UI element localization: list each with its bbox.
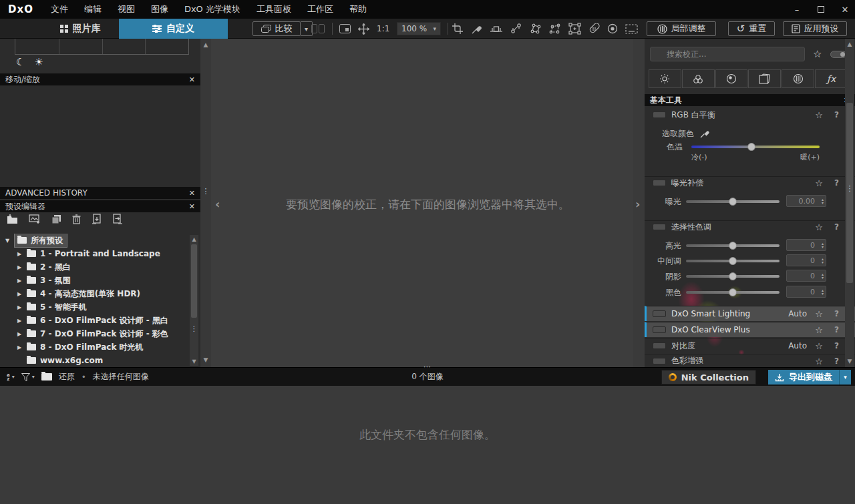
drag-handle-dots[interactable]: ⋮ — [190, 327, 198, 330]
export-preset-icon[interactable] — [112, 214, 122, 224]
stepper-icons[interactable]: ▴▾ — [822, 196, 824, 206]
highlights-slider[interactable] — [686, 244, 780, 247]
exposure-section[interactable]: 曝光补偿 ☆ ? — [645, 176, 855, 189]
menu-image[interactable]: 图像 — [143, 0, 176, 19]
minimize-button[interactable]: – — [792, 5, 802, 15]
drag-handle-dots[interactable]: ⋮ — [845, 187, 854, 190]
tab-photo-library[interactable]: 照片库 — [43, 19, 118, 39]
tree-collapsed-icon[interactable]: ▶ — [16, 251, 23, 257]
tree-collapsed-icon[interactable]: ▶ — [16, 291, 23, 297]
exposure-checkbox[interactable] — [653, 180, 666, 186]
left-panel-splitter[interactable]: ▲ ⋮ ▼ — [200, 39, 211, 367]
right-panel-splitter[interactable]: › — [633, 39, 645, 367]
scroll-up-icon[interactable]: ▲ — [200, 41, 211, 48]
red-eye-tool[interactable] — [607, 23, 618, 34]
tree-expanded-icon[interactable]: ▼ — [4, 238, 11, 244]
eight-point-tool[interactable] — [568, 23, 581, 35]
preset-folder-4[interactable]: ▶4 - 高动态范围(单张 HDR) — [16, 287, 140, 300]
star-icon[interactable]: ☆ — [815, 178, 823, 188]
shadows-value-box[interactable]: 0▴▾ — [786, 270, 826, 282]
tab-color[interactable] — [682, 69, 715, 88]
preset-folder-7[interactable]: ▶7 - DxO FilmPack 设计师 - 彩色 — [16, 327, 168, 340]
tree-collapsed-icon[interactable]: ▶ — [16, 331, 23, 337]
pan-button[interactable] — [358, 19, 369, 39]
contrast-row[interactable]: 对比度 Auto ☆ ? — [645, 338, 855, 353]
star-icon[interactable]: ☆ — [815, 222, 823, 232]
zoom-level-dropdown[interactable]: 100 % ▾ — [397, 22, 441, 35]
advanced-history-panel-header[interactable]: ADVANCED HISTORY ✕ — [0, 187, 200, 199]
close-button[interactable]: ✕ — [840, 5, 850, 15]
maximize-button[interactable] — [816, 5, 826, 15]
slider-thumb[interactable] — [729, 242, 737, 250]
nik-collection-button[interactable]: Nik Collection — [661, 370, 756, 385]
import-preset-icon[interactable] — [92, 214, 102, 224]
reset-button[interactable]: ↺ 重置 — [728, 21, 775, 36]
preset-folder-6[interactable]: ▶6 - DxO FilmPack 设计师 - 黑白 — [16, 314, 168, 327]
menu-workspace[interactable]: 工作区 — [299, 0, 341, 19]
fit-view-button[interactable] — [339, 19, 351, 39]
selective-tone-checkbox[interactable] — [653, 224, 666, 230]
star-icon[interactable]: ☆ — [815, 309, 823, 319]
stepper-icons[interactable]: ▴▾ — [822, 270, 824, 281]
slider-thumb[interactable] — [729, 257, 737, 265]
blacks-slider[interactable] — [686, 291, 780, 294]
menu-tool-panels[interactable]: 工具面板 — [248, 0, 299, 19]
scroll-up-icon[interactable]: ▲ — [190, 236, 198, 242]
exposure-slider[interactable] — [686, 200, 780, 203]
active-corrections-toggle[interactable] — [830, 51, 846, 58]
tab-geometry[interactable] — [748, 69, 781, 88]
zoom-1to1-button[interactable]: 1:1 — [377, 19, 389, 39]
polygon-tool[interactable] — [530, 23, 542, 35]
tree-collapsed-icon[interactable]: ▶ — [16, 304, 23, 310]
menu-file[interactable]: 文件 — [43, 0, 76, 19]
scrollbar-thumb[interactable] — [846, 103, 853, 283]
perspective-tool[interactable] — [549, 23, 561, 35]
exposure-value-box[interactable]: 0.00 ▴▾ — [786, 195, 826, 207]
duplicate-preset-icon[interactable] — [51, 214, 61, 224]
help-icon[interactable]: ? — [834, 309, 839, 318]
drag-handle-dots[interactable]: ⋮ — [200, 190, 211, 193]
preset-folder-3[interactable]: ▶3 - 氛围 — [16, 274, 71, 287]
tab-detail[interactable] — [715, 69, 748, 88]
midtones-value-box[interactable]: 0▴▾ — [786, 254, 826, 266]
export-options-dropdown[interactable]: ▾ — [839, 370, 851, 385]
tab-effects[interactable]: ƒx — [815, 69, 848, 88]
menu-help[interactable]: 帮助 — [341, 0, 375, 19]
clearview-plus-row[interactable]: DxO ClearView Plus ☆ ? — [645, 322, 855, 337]
favorites-filter-icon[interactable]: ☆ — [813, 48, 822, 60]
star-icon[interactable]: ☆ — [815, 110, 823, 120]
repair-tool[interactable] — [588, 23, 600, 35]
tab-local-adjustments[interactable] — [782, 69, 814, 88]
preset-tree-scrollbar[interactable]: ▲ ⋮ ▼ — [190, 235, 198, 366]
preset-folder-2[interactable]: ▶2 - 黑白 — [16, 260, 71, 274]
preset-folder-1[interactable]: ▶1 - Portrait and Landscape — [16, 247, 160, 260]
clearview-plus-checkbox[interactable] — [653, 326, 666, 333]
selective-tone-section[interactable]: 选择性色调 ☆ ? — [645, 220, 855, 233]
tree-collapsed-icon[interactable]: ▶ — [16, 318, 23, 324]
scroll-up-icon[interactable]: ▲ — [845, 41, 854, 47]
pick-color-eyedropper-icon[interactable] — [699, 128, 710, 139]
help-icon[interactable]: ? — [834, 341, 839, 350]
star-icon[interactable]: ☆ — [815, 341, 823, 351]
create-preset-from-image-icon[interactable] — [29, 214, 41, 224]
eyedropper-tool[interactable] — [471, 23, 482, 35]
help-icon[interactable]: ? — [834, 110, 839, 119]
horizon-tool[interactable] — [490, 24, 503, 33]
temperature-slider[interactable] — [691, 146, 820, 148]
apply-preset-button[interactable]: 应用预设 — [783, 21, 847, 36]
search-corrections-input[interactable] — [650, 47, 805, 61]
white-balance-checkbox[interactable] — [653, 111, 666, 118]
help-icon[interactable]: ? — [834, 325, 839, 334]
menu-optics-modules[interactable]: DxO 光学模块 — [176, 0, 248, 19]
move-zoom-panel-header[interactable]: 移动/缩放 ✕ — [0, 73, 200, 85]
local-adjustments-button[interactable]: 局部调整 — [647, 21, 716, 36]
export-to-disk-button[interactable]: 导出到磁盘 — [768, 370, 839, 385]
help-icon[interactable]: ? — [834, 178, 839, 188]
help-icon[interactable]: ? — [834, 222, 839, 232]
control-points-tool[interactable] — [510, 23, 522, 35]
save-preset-icon[interactable] — [7, 214, 18, 224]
menu-view[interactable]: 视图 — [110, 0, 143, 19]
midtones-slider[interactable] — [686, 260, 780, 262]
selection-tool[interactable] — [625, 24, 638, 34]
preset-folder-8[interactable]: ▶8 - DxO FilmPack 时光机 — [16, 340, 144, 354]
